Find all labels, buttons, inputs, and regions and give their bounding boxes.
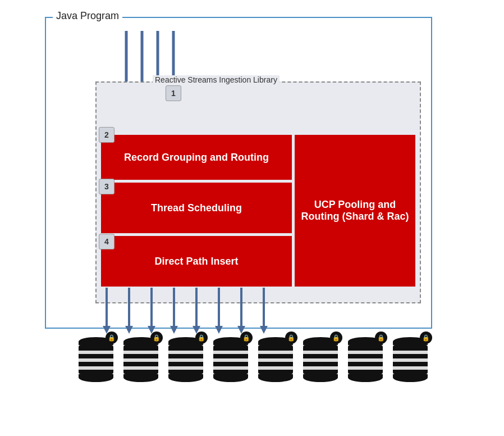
databases-row: 🔒 🔒 🔒: [79, 337, 428, 382]
database-2: 🔒: [123, 337, 158, 382]
lock-icon-5: 🔒: [285, 331, 297, 344]
db-bottom-6: [303, 374, 338, 382]
database-1: 🔒: [79, 337, 113, 382]
svg-marker-23: [260, 326, 268, 334]
reactive-streams-label: Reactive Streams Ingestion Library: [153, 75, 280, 84]
db-body-8: [393, 345, 428, 374]
db-body-5: [258, 345, 293, 374]
db-bottom-7: [348, 374, 383, 382]
java-program-label: Java Program: [53, 10, 122, 22]
db-bottom-2: [123, 374, 158, 382]
badge-1: 1: [166, 85, 181, 101]
database-6: 🔒: [303, 337, 338, 382]
direct-path-section: Direct Path Insert: [101, 236, 292, 287]
db-body-4: [213, 345, 248, 374]
badge-4: 4: [99, 234, 114, 249]
db-body-3: [168, 345, 203, 374]
db-body-1: [79, 345, 113, 374]
db-bottom-8: [393, 374, 428, 382]
lock-icon-4: 🔒: [240, 331, 253, 344]
database-5: 🔒: [258, 337, 293, 382]
db-body-2: [123, 345, 158, 374]
diagram-container: Java Program Reactive Streams Ingestion …: [45, 17, 449, 416]
svg-marker-19: [215, 326, 223, 334]
database-8: 🔒: [393, 337, 428, 382]
db-bottom-3: [168, 374, 203, 382]
record-grouping-section: Record Grouping and Routing: [101, 135, 292, 180]
lock-icon-1: 🔒: [106, 331, 118, 344]
db-bottom-4: [213, 374, 248, 382]
svg-marker-15: [170, 326, 178, 334]
db-body-7: [348, 345, 383, 374]
record-grouping-label: Record Grouping and Routing: [124, 152, 269, 164]
db-bottom-5: [258, 374, 293, 382]
lock-icon-6: 🔒: [330, 331, 342, 344]
svg-marker-11: [125, 326, 133, 334]
db-body-6: [303, 345, 338, 374]
badge-3: 3: [99, 179, 114, 194]
ucp-pooling-label: UCP Pooling and Routing (Shard & Rac): [295, 199, 415, 222]
badge-2: 2: [99, 127, 114, 143]
lock-icon-3: 🔒: [195, 331, 208, 344]
lock-icon-8: 🔒: [420, 331, 432, 344]
database-7: 🔒: [348, 337, 383, 382]
db-bottom-1: [79, 374, 113, 382]
direct-path-label: Direct Path Insert: [154, 256, 238, 267]
thread-scheduling-section: Thread Scheduling: [101, 183, 292, 233]
lock-icon-2: 🔒: [150, 331, 163, 344]
lock-icon-7: 🔒: [375, 331, 387, 344]
database-3: 🔒: [168, 337, 203, 382]
ucp-pooling-section: UCP Pooling and Routing (Shard & Rac): [295, 135, 415, 287]
database-4: 🔒: [213, 337, 248, 382]
thread-scheduling-label: Thread Scheduling: [151, 202, 242, 214]
